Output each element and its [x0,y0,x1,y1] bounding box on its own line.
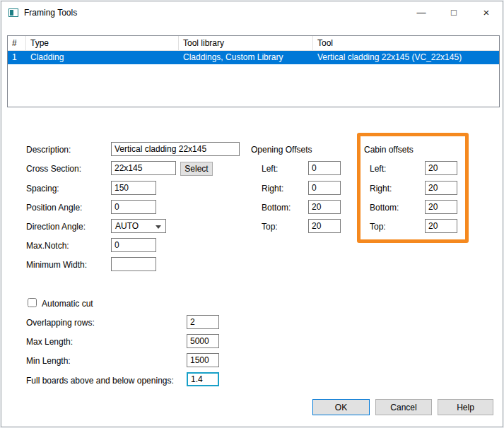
max-length-label: Max Length: [26,337,73,347]
cabin-right-label: Right: [370,184,392,194]
min-length-label: Min Length: [26,356,71,366]
overlapping-rows-input[interactable] [187,315,219,329]
cabin-top-label: Top: [370,222,386,232]
direction-angle-label: Direction Angle: [26,222,86,232]
column-header-type[interactable]: Type [26,36,179,50]
position-angle-label: Position Angle: [26,203,82,213]
cell-tool: Vertical cladding 22x145 (VC_22x145) [313,51,499,64]
opening-right-label: Right: [262,184,283,194]
position-angle-input[interactable] [111,200,156,214]
help-button[interactable]: Help [438,399,493,415]
cabin-bottom-input[interactable] [425,200,457,214]
opening-right-input[interactable] [308,181,341,195]
opening-left-input[interactable] [308,161,341,175]
cell-library: Claddings, Custom Library [179,51,313,64]
window-title: Framing Tools [24,8,77,18]
full-boards-input[interactable] [187,372,219,386]
cabin-top-input[interactable] [425,219,457,233]
column-header-num[interactable]: # [8,36,26,50]
column-header-library[interactable]: Tool library [179,36,313,50]
max-notch-label: Max.Notch: [26,241,69,251]
chevron-down-icon [156,225,161,229]
window-controls: — □ × [405,1,503,23]
maximize-button[interactable]: □ [438,1,470,23]
tool-list: # Type Tool library Tool 1 Cladding Clad… [7,35,500,107]
spacing-input[interactable] [111,181,156,195]
automatic-cut-checkbox[interactable] [28,298,37,307]
framing-tools-window: Framing Tools — □ × # Type Tool library … [1,1,503,427]
spacing-label: Spacing: [26,184,59,194]
titlebar[interactable]: Framing Tools — □ × [1,1,503,23]
cancel-button[interactable]: Cancel [375,399,432,415]
opening-top-input[interactable] [308,219,341,233]
cabin-offsets-title: Cabin offsets [364,145,414,155]
cabin-bottom-label: Bottom: [370,203,399,213]
table-row[interactable]: 1 Cladding Claddings, Custom Library Ver… [8,51,499,64]
cross-section-label: Cross Section: [26,164,81,174]
tool-list-header: # Type Tool library Tool [8,36,499,51]
full-boards-label: Full boards above and below openings: [26,376,174,386]
opening-left-label: Left: [262,164,278,174]
minimum-width-input[interactable] [111,257,156,271]
opening-offsets-title: Opening Offsets [251,145,312,155]
minimize-button[interactable]: — [405,1,438,23]
cell-num: 1 [8,51,26,64]
description-label: Description: [26,145,71,155]
opening-top-label: Top: [262,222,278,232]
cabin-left-input[interactable] [425,161,457,175]
ok-button[interactable]: OK [312,399,370,415]
column-header-tool[interactable]: Tool [313,36,499,50]
cabin-right-input[interactable] [425,181,457,195]
select-button[interactable]: Select [180,162,213,176]
close-button[interactable]: × [470,1,503,23]
opening-bottom-input[interactable] [308,200,341,214]
max-length-input[interactable] [187,334,219,348]
direction-angle-value: AUTO [115,221,139,231]
opening-bottom-label: Bottom: [262,203,291,213]
description-input[interactable] [111,142,240,156]
min-length-input[interactable] [187,353,219,367]
cabin-left-label: Left: [370,164,386,174]
app-icon [8,8,18,17]
direction-angle-select[interactable]: AUTO [111,219,166,233]
max-notch-input[interactable] [111,238,156,252]
cross-section-input[interactable] [111,161,176,175]
overlapping-rows-label: Overlapping rows: [26,318,95,328]
automatic-cut-label: Automatic cut [42,299,93,309]
cell-type: Cladding [26,51,179,64]
minimum-width-label: Minimum Width: [26,260,87,270]
